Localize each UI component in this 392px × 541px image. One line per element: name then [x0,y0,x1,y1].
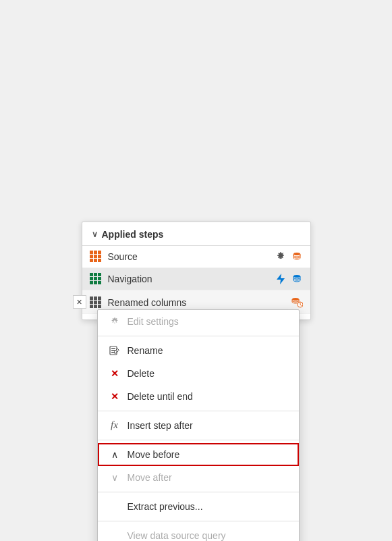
chevron-up-icon: ∧ [109,448,121,461]
svg-rect-7 [111,352,114,353]
rename-icon [109,344,121,357]
step-source[interactable]: Source [82,246,310,268]
move-before-label: Move before [128,449,288,460]
close-button[interactable]: × [73,295,86,309]
menu-item-edit-settings[interactable]: Edit settings [98,310,299,333]
delete-until-end-label: Delete until end [128,391,288,402]
menu-separator-1 [98,336,299,336]
collapse-chevron-icon[interactable]: ∨ [92,230,98,239]
menu-separator-4 [98,492,299,492]
menu-item-move-after[interactable]: ∨ Move after [98,466,299,489]
edit-settings-label: Edit settings [128,316,288,327]
svg-rect-5 [111,348,115,349]
extract-previous-label: Extract previous... [128,501,288,512]
menu-item-rename[interactable]: Rename [98,339,299,362]
insert-step-after-label: Insert step after [128,420,288,431]
fx-icon: fx [109,419,121,432]
menu-separator-3 [98,440,299,440]
svg-point-2 [292,298,299,301]
edit-settings-gear-icon [109,315,121,328]
delete-label: Delete [128,368,288,379]
lightning-icon [274,272,287,286]
panel-header: ∨ Applied steps [82,222,310,245]
navigation-step-icon [89,272,103,286]
move-after-label: Move after [128,472,288,483]
gear-icon[interactable] [274,250,287,263]
context-menu: Edit settings Rename [97,309,300,542]
rename-label: Rename [128,345,288,356]
menu-item-extract-previous[interactable]: Extract previous... [98,495,299,518]
chevron-down-icon: ∨ [109,471,121,484]
view-data-source-query-icon [109,530,121,542]
menu-item-insert-step-after[interactable]: fx Insert step after [98,414,299,437]
source-step-icon [89,250,103,263]
svg-point-1 [293,275,300,278]
navigation-step-label: Navigation [108,274,269,284]
extract-previous-icon [109,500,121,513]
step-navigation[interactable]: Navigation [82,268,310,290]
view-data-source-query-label: View data source query [128,530,288,541]
menu-item-view-data-source-query[interactable]: View data source query [98,524,299,542]
menu-separator-2 [98,411,299,411]
database-icon [290,250,304,263]
renamed-columns-step-actions [290,296,304,309]
panel-title: Applied steps [102,229,164,240]
delete-until-end-x-icon: ✕ [109,390,121,403]
source-step-label: Source [108,251,269,262]
database-teal-icon [290,272,304,286]
source-step-actions [274,250,304,263]
step-renamed-columns[interactable]: × Renamed columns [82,290,310,314]
renamed-columns-step-label: Renamed columns [108,297,285,308]
database-clock-icon [290,296,304,309]
menu-item-move-before[interactable]: ∧ Move before [98,443,299,466]
menu-separator-5 [98,521,299,521]
steps-list: Source [82,245,310,314]
menu-item-delete-until-end[interactable]: ✕ Delete until end [98,385,299,408]
menu-item-delete[interactable]: ✕ Delete [98,362,299,385]
svg-point-0 [293,253,300,255]
renamed-columns-step-icon [89,296,103,309]
delete-x-icon: ✕ [109,367,121,380]
navigation-step-actions [274,272,304,286]
applied-steps-panel: ∨ Applied steps Source [82,222,311,320]
